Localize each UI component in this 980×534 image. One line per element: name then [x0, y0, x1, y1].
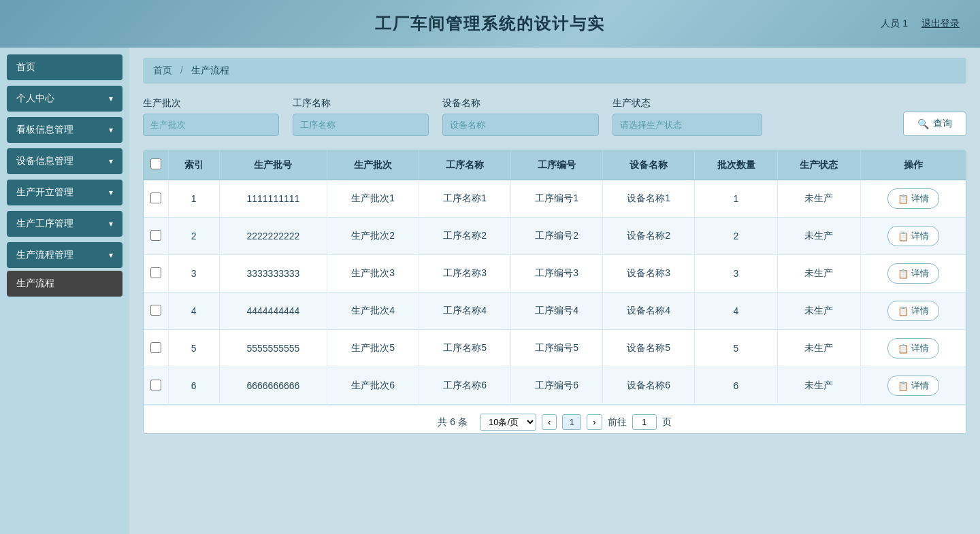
- cell-index: 2: [168, 218, 219, 255]
- cell-equipname: 设备名称6: [603, 367, 695, 405]
- detail-button-1[interactable]: 📋 详情: [887, 226, 939, 246]
- search-query-button[interactable]: 🔍 查询: [903, 112, 966, 136]
- cell-processname: 工序名称5: [419, 330, 511, 367]
- row-checkbox-cell: [144, 367, 168, 405]
- table-header-status: 生产状态: [777, 150, 860, 180]
- sidebar-btn-home[interactable]: 首页: [7, 54, 122, 80]
- cell-action: 📋 详情: [860, 218, 966, 255]
- row-checkbox-0[interactable]: [150, 193, 161, 203]
- cell-batchname: 生产批次2: [327, 218, 419, 255]
- row-checkbox-cell: [144, 255, 168, 293]
- search-area: 生产批次 工序名称 设备名称 生产状态 🔍 查询: [143, 97, 966, 136]
- sidebar-item-equipment[interactable]: 设备信息管理 ▾: [7, 148, 122, 174]
- row-checkbox-5[interactable]: [150, 380, 161, 390]
- cell-status: 未生产: [777, 293, 860, 330]
- pagination: 共 6 条 10条/页 20条/页 50条/页 ‹ 1 › 前往 页: [144, 405, 966, 433]
- sidebar-item-kanban[interactable]: 看板信息管理 ▾: [7, 117, 122, 143]
- cell-equipname: 设备名称2: [603, 218, 695, 255]
- detail-icon: 📋: [898, 231, 909, 241]
- detail-button-2[interactable]: 📋 详情: [887, 263, 939, 284]
- search-field-status: 生产状态: [612, 97, 762, 136]
- detail-button-3[interactable]: 📋 详情: [887, 301, 939, 321]
- data-table-container: 索引 生产批号 生产批次 工序名称 工序编号 设备名称 批次数量 生产状态 操作: [143, 150, 966, 434]
- cell-quantity: 1: [695, 180, 778, 218]
- cell-processno: 工序编号4: [511, 293, 603, 330]
- cell-quantity: 5: [695, 330, 778, 367]
- pagination-goto-label: 前往: [608, 416, 627, 429]
- cell-batchname: 生产批次4: [327, 293, 419, 330]
- pagination-prev-button[interactable]: ‹: [542, 414, 557, 430]
- header-title: 工厂车间管理系统的设计与实: [375, 13, 605, 35]
- pagination-page-label: 页: [662, 416, 672, 429]
- table-header-row: 索引 生产批号 生产批次 工序名称 工序编号 设备名称 批次数量 生产状态 操作: [144, 150, 966, 180]
- cell-batchname: 生产批次3: [327, 255, 419, 293]
- row-checkbox-2[interactable]: [150, 267, 161, 278]
- chevron-down-icon: ▾: [109, 219, 113, 229]
- row-checkbox-3[interactable]: [150, 305, 161, 316]
- sidebar-btn-production-process[interactable]: 生产工序管理 ▾: [7, 211, 122, 237]
- sidebar-btn-production-flow[interactable]: 生产流程管理 ▾: [7, 242, 122, 268]
- row-checkbox-4[interactable]: [150, 342, 161, 353]
- cell-index: 3: [168, 255, 219, 293]
- sidebar-sub-production-flow[interactable]: 生产流程: [7, 271, 122, 297]
- pagination-page-size[interactable]: 10条/页 20条/页 50条/页: [480, 414, 536, 431]
- header-right: 人员 1 退出登录: [881, 18, 960, 30]
- search-input-equipment-name[interactable]: [442, 114, 599, 136]
- pagination-goto-input[interactable]: [632, 414, 657, 430]
- cell-processno: 工序编号2: [511, 218, 603, 255]
- table-body: 1 1111111111 生产批次1 工序名称1 工序编号1 设备名称1 1 未…: [144, 180, 966, 405]
- sidebar-btn-personal[interactable]: 个人中心 ▾: [7, 86, 122, 112]
- table-header-processname: 工序名称: [419, 150, 511, 180]
- cell-processname: 工序名称1: [419, 180, 511, 218]
- cell-quantity: 4: [695, 293, 778, 330]
- select-all-checkbox[interactable]: [150, 158, 161, 169]
- table-header-batchname: 生产批次: [327, 150, 419, 180]
- search-field-batch: 生产批次: [143, 97, 279, 136]
- table-row: 5 5555555555 生产批次5 工序名称5 工序编号5 设备名称5 5 未…: [144, 330, 966, 367]
- search-input-batch[interactable]: [143, 114, 279, 136]
- cell-processno: 工序编号1: [511, 180, 603, 218]
- search-input-status[interactable]: [612, 114, 762, 136]
- row-checkbox-1[interactable]: [150, 230, 161, 241]
- sidebar-item-production-flow[interactable]: 生产流程管理 ▾ 生产流程: [7, 242, 122, 297]
- sidebar-item-home[interactable]: 首页: [7, 54, 122, 80]
- sidebar: 首页 个人中心 ▾ 看板信息管理 ▾ 设备信息管理 ▾ 生产开立管理 ▾: [0, 48, 129, 534]
- search-label-equipment-name: 设备名称: [442, 97, 599, 110]
- cell-index: 4: [168, 293, 219, 330]
- table-header-checkbox: [144, 150, 168, 180]
- layout: 首页 个人中心 ▾ 看板信息管理 ▾ 设备信息管理 ▾ 生产开立管理 ▾: [0, 48, 980, 534]
- table-header-equipname: 设备名称: [603, 150, 695, 180]
- sidebar-btn-equipment[interactable]: 设备信息管理 ▾: [7, 148, 122, 174]
- sidebar-item-personal[interactable]: 个人中心 ▾: [7, 86, 122, 112]
- sidebar-item-production-process[interactable]: 生产工序管理 ▾: [7, 211, 122, 237]
- detail-button-4[interactable]: 📋 详情: [887, 338, 939, 358]
- cell-batchno: 2222222222: [219, 218, 327, 255]
- detail-button-0[interactable]: 📋 详情: [887, 188, 939, 209]
- header: 工厂车间管理系统的设计与实 人员 1 退出登录: [0, 0, 980, 48]
- breadcrumb-home[interactable]: 首页: [153, 65, 172, 76]
- cell-batchname: 生产批次6: [327, 367, 419, 405]
- detail-icon: 📋: [898, 269, 909, 279]
- cell-action: 📋 详情: [860, 330, 966, 367]
- pagination-next-button[interactable]: ›: [587, 414, 602, 430]
- row-checkbox-cell: [144, 218, 168, 255]
- cell-action: 📋 详情: [860, 255, 966, 293]
- row-checkbox-cell: [144, 330, 168, 367]
- logout-button[interactable]: 退出登录: [921, 18, 960, 30]
- cell-index: 6: [168, 367, 219, 405]
- row-checkbox-cell: [144, 180, 168, 218]
- sidebar-btn-production-open[interactable]: 生产开立管理 ▾: [7, 180, 122, 205]
- cell-status: 未生产: [777, 255, 860, 293]
- sidebar-btn-kanban[interactable]: 看板信息管理 ▾: [7, 117, 122, 143]
- cell-batchno: 5555555555: [219, 330, 327, 367]
- search-input-process-name[interactable]: [293, 114, 429, 136]
- sidebar-item-production-open[interactable]: 生产开立管理 ▾: [7, 180, 122, 205]
- detail-button-5[interactable]: 📋 详情: [887, 376, 939, 396]
- cell-status: 未生产: [777, 367, 860, 405]
- search-row: 生产批次 工序名称 设备名称 生产状态 🔍 查询: [143, 97, 966, 136]
- table-header-index: 索引: [168, 150, 219, 180]
- chevron-down-icon: ▾: [109, 125, 113, 135]
- table-header-processno: 工序编号: [511, 150, 603, 180]
- cell-processname: 工序名称2: [419, 218, 511, 255]
- cell-quantity: 3: [695, 255, 778, 293]
